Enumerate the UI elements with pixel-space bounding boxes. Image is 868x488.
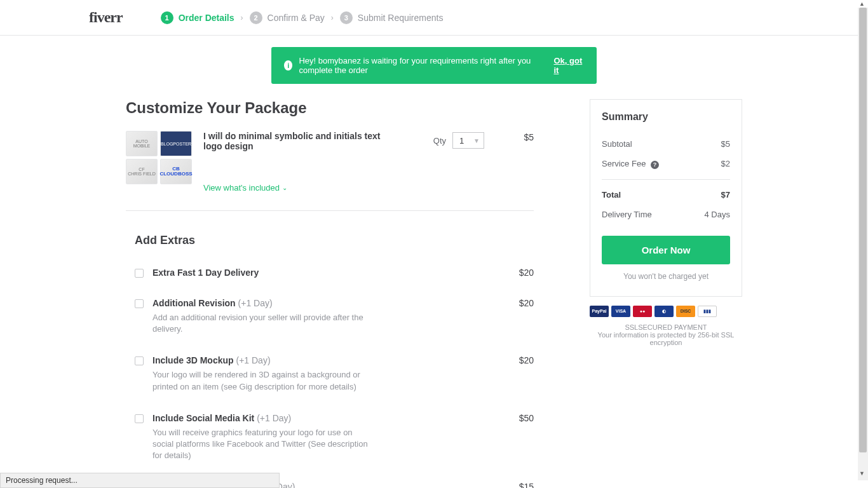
gig-thumb: AUTOMOBILE — [126, 131, 158, 156]
banner-dismiss-link[interactable]: Ok, got it — [553, 56, 584, 75]
extra-row: Extra Fast 1 Day Delivery $20 — [126, 257, 534, 288]
delivery-time-label: Delivery Time — [602, 210, 652, 219]
chevron-right-icon: › — [331, 13, 334, 22]
extra-row: Include Social Media Kit (+1 Day) You wi… — [126, 403, 534, 472]
subtotal-label: Subtotal — [602, 139, 632, 149]
view-included-label: View what's included — [203, 183, 280, 193]
step-3-circle: 3 — [340, 11, 353, 24]
checkout-steps: 1 Order Details › 2 Confirm & Pay › 3 Su… — [161, 11, 444, 24]
help-icon[interactable]: ? — [651, 161, 659, 169]
scrollbar-thumb[interactable] — [859, 8, 867, 452]
view-whats-included-link[interactable]: View what's included ⌄ — [203, 183, 287, 193]
header: fiverr 1 Order Details › 2 Confirm & Pay… — [0, 0, 868, 36]
chevron-down-icon: ▼ — [473, 137, 480, 144]
extra-name: Extra Fast 1 Day Delivery — [153, 268, 259, 278]
gig-thumbnails: AUTOMOBILE BLOGPOSTER CFCHRIS FIELD CBCL… — [126, 131, 192, 184]
gig-thumb: CFCHRIS FIELD — [126, 159, 158, 184]
extra-checkbox[interactable] — [135, 269, 144, 278]
extra-checkbox[interactable] — [135, 356, 144, 365]
step-confirm-pay[interactable]: 2 Confirm & Pay — [250, 11, 325, 24]
paypal-icon: PayPal — [590, 306, 609, 317]
extra-row: Include 3D Mockup (+1 Day) Your logo wil… — [126, 345, 534, 402]
step-2-circle: 2 — [250, 11, 262, 24]
payment-methods: PayPal VISA ●● ◐ DISC ▮▮▮ — [590, 306, 742, 317]
extra-price: $20 — [496, 355, 534, 365]
delivery-time-value: 4 Days — [705, 210, 730, 219]
extra-name: Include Social Media Kit — [153, 413, 254, 423]
mastercard-icon: ●● — [633, 306, 652, 317]
extra-description: Your logo will be rendered in 3D against… — [153, 369, 369, 392]
order-now-button[interactable]: Order Now — [602, 236, 730, 264]
gig-thumb: BLOGPOSTER — [160, 131, 192, 156]
extra-price: $20 — [496, 298, 534, 308]
step-2-label: Confirm & Pay — [268, 13, 325, 23]
quantity-label: Qty — [433, 136, 446, 146]
scroll-down-icon[interactable]: ▼ — [859, 470, 865, 477]
gig-summary: AUTOMOBILE BLOGPOSTER CFCHRIS FIELD CBCL… — [126, 131, 534, 211]
extra-row: Additional Revision (+1 Day) Add an addi… — [126, 288, 534, 345]
ssl-secured-text: SSLSECURED PAYMENT — [590, 323, 742, 331]
discover-icon: DISC — [676, 306, 695, 317]
add-extras-heading: Add Extras — [135, 234, 534, 247]
page-title: Customize Your Package — [126, 99, 534, 117]
extra-name: Include 3D Mockup — [153, 355, 234, 365]
quantity-select[interactable]: 1 ▼ — [452, 132, 484, 149]
step-submit-requirements[interactable]: 3 Submit Requirements — [340, 11, 444, 24]
extra-suffix: (+1 Day) — [257, 413, 291, 423]
chevron-right-icon: › — [241, 13, 243, 22]
info-icon: i — [284, 60, 292, 71]
gig-thumb: CBCLOUDBOSS — [160, 159, 192, 184]
browser-status-bar: Processing request... — [0, 473, 280, 488]
step-3-label: Submit Requirements — [358, 13, 444, 23]
step-1-circle: 1 — [161, 11, 173, 24]
extra-suffix: (+1 Day) — [236, 355, 270, 365]
ssl-encryption-text: Your information is protected by 256-bit… — [590, 331, 742, 346]
service-fee-value: $2 — [721, 159, 730, 169]
extra-description: Add an additional revision your seller w… — [153, 312, 369, 335]
summary-heading: Summary — [602, 111, 730, 123]
wont-charge-text: You won't be charged yet — [602, 272, 730, 281]
jcb-icon: ▮▮▮ — [698, 306, 717, 317]
step-order-details[interactable]: 1 Order Details — [161, 11, 234, 24]
extra-price: $50 — [496, 413, 534, 423]
visa-icon: VISA — [611, 306, 630, 317]
extra-checkbox[interactable] — [135, 299, 144, 308]
extra-price: $20 — [496, 268, 534, 278]
extra-description: You will receive graphics featuring your… — [153, 427, 369, 462]
extra-checkbox[interactable] — [135, 414, 144, 423]
step-1-label: Order Details — [179, 13, 234, 23]
extra-price: $15 — [496, 482, 534, 488]
extra-suffix: (+1 Day) — [238, 298, 273, 308]
banner-text: Hey! bomybanez is waiting for your requi… — [299, 56, 553, 75]
service-fee-label: Service Fee ? — [602, 159, 659, 169]
gig-price: $5 — [496, 131, 534, 142]
scroll-up-icon[interactable]: ▲ — [859, 1, 865, 7]
fiverr-logo[interactable]: fiverr — [89, 9, 123, 26]
chevron-down-icon: ⌄ — [282, 184, 287, 191]
extra-name: Additional Revision — [153, 298, 236, 308]
total-value: $7 — [721, 190, 730, 200]
gig-title: I will do minimal symbolic and initials … — [203, 131, 394, 151]
diners-icon: ◐ — [654, 306, 674, 317]
info-banner: i Hey! bomybanez is waiting for your req… — [271, 47, 597, 84]
subtotal-value: $5 — [721, 139, 730, 149]
order-summary: Summary Subtotal $5 Service Fee ? $2 Tot… — [590, 99, 742, 297]
quantity-value: 1 — [459, 136, 464, 146]
total-label: Total — [602, 190, 621, 200]
